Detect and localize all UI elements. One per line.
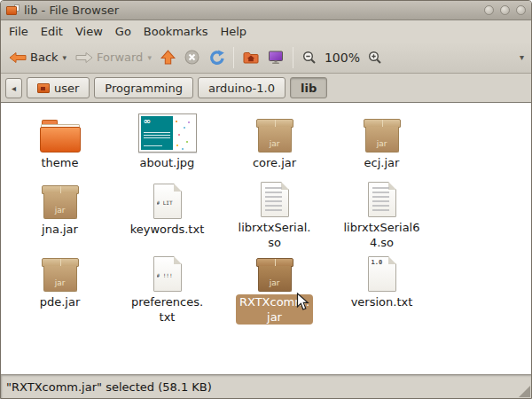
file-label: version.txt (351, 294, 413, 309)
back-arrow-icon (9, 51, 27, 64)
zoom-out-button[interactable] (298, 47, 321, 68)
zoom-level: 100% (321, 51, 364, 65)
file-label: pde.jar (40, 294, 81, 309)
mouse-cursor (296, 293, 309, 311)
stop-button[interactable] (180, 46, 204, 68)
menu-help[interactable]: Help (214, 22, 253, 41)
folder-icon (40, 111, 81, 153)
forward-button[interactable]: Forward ▾ (71, 47, 156, 67)
file-item-ecj-jar[interactable]: jar ecj.jar (328, 111, 435, 177)
path-scroll-left-button[interactable]: ◂ (5, 78, 22, 98)
file-item-jna-jar[interactable]: jar jna.jar (6, 177, 113, 250)
zoom-in-button[interactable] (364, 47, 387, 68)
jar-archive-icon: jar (42, 250, 79, 292)
reload-icon (208, 50, 224, 66)
menu-bar: File Edit View Go Bookmarks Help (1, 20, 531, 42)
text-file-icon: 1.0 (368, 250, 396, 292)
forward-history-caret-icon[interactable]: ▾ (147, 53, 152, 62)
forward-label: Forward (97, 51, 143, 64)
path-button-programming[interactable]: Programming (94, 77, 193, 98)
up-arrow-icon (160, 50, 176, 65)
jar-archive-icon: jar (256, 111, 293, 153)
file-label: librxtxSerial. so (239, 220, 311, 250)
jar-archive-icon: jar (256, 250, 293, 292)
close-button[interactable] (516, 5, 526, 15)
text-file-icon: # LIT HIGHL LOWLI (153, 177, 182, 219)
text-file-icon: # !!! # DO # The (153, 250, 182, 292)
file-item-pde-jar[interactable]: jar pde.jar (6, 250, 113, 335)
zoom-out-icon (302, 51, 317, 65)
file-label: jna.jar (42, 222, 78, 237)
file-label: ecj.jar (364, 155, 400, 170)
toolbar-separator (233, 47, 234, 68)
file-item-librxtxserial-so[interactable]: librxtxSerial. so (221, 177, 328, 250)
file-label: about.jpg (140, 155, 195, 170)
file-item-rxtxcomm-jar-selected[interactable]: jar RXTXcomm. jar (221, 250, 328, 335)
maximize-button[interactable] (500, 5, 510, 15)
menu-view[interactable]: View (69, 22, 109, 41)
stop-icon (184, 50, 200, 65)
path-button-arduino[interactable]: arduino-1.0 (198, 77, 286, 98)
zoom-in-icon (368, 51, 382, 65)
jar-archive-icon: jar (42, 177, 79, 219)
file-label: preferences. txt (131, 294, 203, 325)
home-folder-icon (37, 83, 50, 93)
toolbar: Back ▾ Forward ▾ (1, 42, 531, 74)
file-browser-window: lib - File Browser File Edit View Go Boo… (0, 0, 532, 399)
path-button-user[interactable]: user (27, 77, 90, 98)
file-item-preferences-txt[interactable]: # !!! # DO # The preferences. txt (113, 250, 221, 335)
image-thumbnail-icon: ∞ (138, 111, 197, 153)
window-title: lib - File Browser (24, 4, 484, 17)
menu-file[interactable]: File (3, 22, 35, 41)
forward-arrow-icon (75, 51, 93, 64)
home-button[interactable] (239, 48, 263, 67)
window-folder-icon (6, 4, 20, 16)
desktop-monitor-icon (268, 51, 284, 65)
file-item-version-txt[interactable]: 1.0 version.txt (328, 250, 435, 335)
file-item-theme[interactable]: theme (6, 111, 113, 177)
file-view[interactable]: theme ∞ about.jpg jar core.jar (1, 102, 531, 375)
resize-grip[interactable] (519, 386, 530, 397)
reload-button[interactable] (204, 46, 229, 69)
title-bar[interactable]: lib - File Browser (1, 1, 531, 20)
status-bar: "RXTXcomm.jar" selected (58.1 KB) (1, 375, 531, 398)
toolbar-separator (293, 47, 293, 68)
back-button[interactable]: Back ▾ (4, 47, 71, 67)
menu-edit[interactable]: Edit (35, 22, 69, 41)
menu-go[interactable]: Go (109, 22, 137, 41)
back-history-caret-icon[interactable]: ▾ (63, 53, 67, 62)
window-controls (484, 5, 526, 15)
file-item-core-jar[interactable]: jar core.jar (221, 111, 328, 177)
minimize-button[interactable] (484, 5, 494, 15)
file-item-keywords-txt[interactable]: # LIT HIGHL LOWLI keywords.txt (113, 177, 221, 250)
file-label: keywords.txt (130, 222, 205, 237)
home-folder-icon (243, 51, 259, 64)
jar-archive-icon: jar (364, 111, 401, 153)
icon-grid: theme ∞ about.jpg jar core.jar (1, 103, 531, 335)
up-button[interactable] (156, 46, 180, 68)
file-item-librxtxserial64-so[interactable]: librxtxSerial6 4.so (328, 177, 435, 250)
shared-object-file-icon (368, 177, 396, 217)
selection-status-text: "RXTXcomm.jar" selected (58.1 KB) (6, 380, 212, 394)
file-label: theme (42, 155, 79, 170)
back-label: Back (30, 51, 59, 64)
path-bar: ◂ user Programming arduino-1.0 lib (1, 74, 531, 102)
path-button-lib-current[interactable]: lib (290, 77, 327, 98)
desktop-button[interactable] (263, 47, 288, 68)
toolbar-overflow-caret-icon[interactable]: ▾ (520, 52, 524, 62)
file-label: librxtxSerial6 4.so (343, 220, 419, 250)
shared-object-file-icon (261, 177, 289, 217)
file-label: core.jar (253, 155, 296, 170)
file-item-about-jpg[interactable]: ∞ about.jpg (113, 111, 221, 177)
menu-bookmarks[interactable]: Bookmarks (137, 22, 215, 41)
